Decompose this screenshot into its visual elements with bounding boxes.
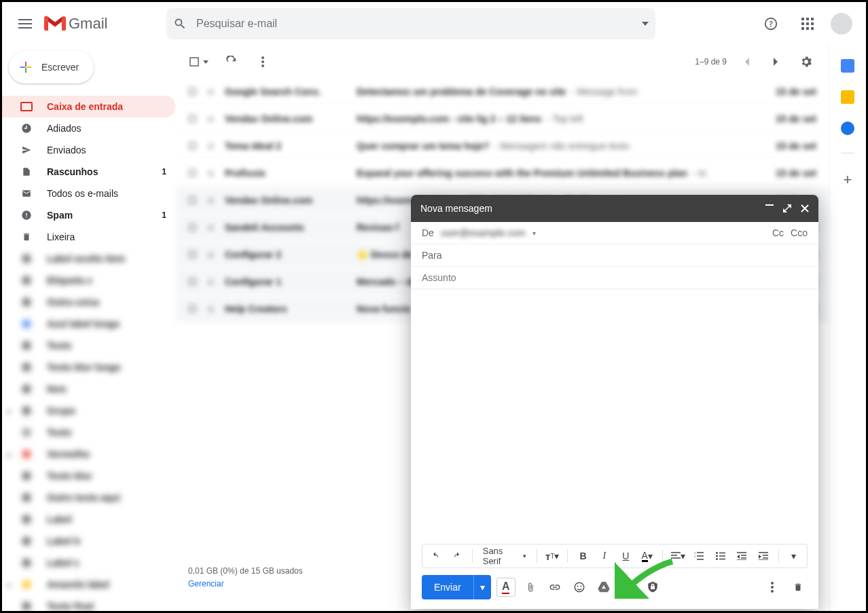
folder-spam[interactable]: Spam 1 (2, 204, 176, 226)
font-size-button[interactable]: тT▾ (545, 548, 560, 564)
message-row[interactable]: ☐☆Vendas Online.comhttps://exemplo.com -… (176, 105, 829, 132)
keep-icon[interactable] (841, 90, 854, 104)
folder-snoozed[interactable]: Adiados (2, 117, 176, 139)
folder-drafts[interactable]: Rascunhos 1 (2, 161, 176, 183)
formatting-toggle-button[interactable]: A (496, 578, 516, 597)
confidential-mode-button[interactable] (643, 578, 662, 597)
indent-icon (759, 552, 768, 560)
ol-icon: 12 (694, 552, 704, 560)
folder-sent[interactable]: Enviados (2, 139, 176, 161)
label-blurred: ▸Grupo (2, 400, 176, 422)
sidebar: Escrever Caixa de entrada Adiados Enviad… (2, 45, 176, 611)
numbered-list-button[interactable]: 12 (691, 548, 706, 564)
manage-storage-link[interactable]: Gerenciar (188, 578, 303, 591)
italic-button[interactable]: I (597, 548, 612, 564)
label-blurred: Texto blur longo (2, 356, 176, 378)
bullet-list-button[interactable] (713, 548, 728, 564)
minimize-button[interactable] (765, 204, 774, 212)
main-menu-button[interactable] (9, 7, 41, 40)
insert-photo-button[interactable] (619, 578, 638, 597)
send-button[interactable]: Enviar ▾ (422, 575, 491, 599)
insert-link-button[interactable] (545, 578, 564, 597)
folder-trash[interactable]: Lixeira (2, 226, 176, 248)
discard-draft-button[interactable] (789, 578, 808, 597)
settings-button[interactable] (796, 52, 816, 72)
compose-from-row[interactable]: De user@example.com ▾ Cc Cco (411, 222, 818, 244)
folder-allmail[interactable]: Todos os e-mails (2, 183, 176, 204)
refresh-button[interactable] (223, 54, 240, 70)
compose-body[interactable] (411, 289, 818, 544)
chevron-left-icon (744, 58, 749, 66)
insert-emoji-button[interactable] (570, 578, 589, 597)
attach-file-button[interactable] (521, 578, 540, 597)
from-label: De (422, 227, 434, 238)
close-button[interactable] (801, 204, 809, 212)
message-row[interactable]: ☐☆ProfissioExpand your offering success … (176, 160, 829, 187)
more-vert-icon (771, 582, 774, 593)
message-row[interactable]: ☐☆Tema Ideal 2Quer comprar um tema hoje?… (176, 132, 829, 160)
search-input[interactable] (187, 18, 642, 30)
compose-to-row[interactable]: Para (411, 244, 818, 267)
undo-button[interactable] (428, 548, 443, 564)
folder-label: Todos os e-mails (47, 188, 118, 199)
minimize-icon (765, 204, 774, 206)
search-bar[interactable] (166, 8, 655, 39)
label-blurred: Texto final (2, 595, 176, 613)
compose-header[interactable]: Nova mensagem (411, 195, 818, 222)
allmail-icon (20, 189, 33, 198)
align-button[interactable]: ▾ (670, 548, 685, 564)
send-icon (20, 145, 33, 155)
header-right (757, 10, 859, 37)
to-label: Para (422, 250, 442, 261)
format-more-button[interactable]: ▾ (786, 548, 801, 564)
help-button[interactable] (757, 10, 784, 37)
compose-subject-row[interactable] (411, 267, 818, 289)
pager-text: 1–9 de 9 (695, 57, 727, 67)
photo-icon (622, 582, 634, 593)
text-color-button[interactable]: A▾ (640, 548, 655, 564)
bold-button[interactable]: B (575, 548, 590, 564)
send-options-button[interactable]: ▾ (473, 575, 491, 599)
help-icon (763, 16, 778, 31)
folder-inbox[interactable]: Caixa de entrada (2, 96, 176, 117)
cc-button[interactable]: Cc (772, 227, 784, 238)
svg-point-15 (771, 590, 774, 593)
label-blurred: Label (2, 508, 176, 530)
svg-point-8 (716, 558, 718, 560)
gmail-logo[interactable]: Gmail (44, 15, 160, 33)
tasks-icon[interactable] (841, 122, 854, 135)
label-blurred: Label c (2, 552, 176, 574)
indent-less-button[interactable] (734, 548, 749, 564)
search-options-icon[interactable] (642, 22, 649, 26)
message-row[interactable]: ☐☆Google Search Cons.Detectamos um probl… (176, 78, 829, 105)
rail-separator (841, 153, 854, 153)
subject-input[interactable] (422, 272, 808, 283)
indent-more-button[interactable] (755, 548, 770, 564)
font-family-select[interactable]: Sans Serif ▾ (480, 546, 529, 566)
apps-button[interactable] (794, 10, 821, 37)
fullscreen-button[interactable] (783, 204, 791, 212)
folder-label: Spam (47, 210, 73, 221)
inbox-icon (20, 102, 33, 111)
format-toolbar: Sans Serif ▾ тT▾ B I U A▾ ▾ 12 ▾ (422, 544, 808, 568)
calendar-icon[interactable] (841, 59, 854, 73)
gmail-logo-icon (44, 16, 66, 32)
pager-prev[interactable] (736, 52, 757, 72)
svg-point-7 (716, 555, 718, 557)
account-avatar[interactable] (831, 13, 852, 35)
select-all-checkbox[interactable] (188, 56, 209, 68)
insert-drive-button[interactable] (594, 578, 613, 597)
label-blurred: Item (2, 378, 176, 400)
svg-point-6 (716, 552, 718, 554)
svg-point-0 (261, 56, 264, 59)
add-addon-button[interactable]: + (844, 171, 852, 189)
underline-button[interactable]: U (618, 548, 633, 564)
folder-list: Caixa de entrada Adiados Enviados Rascun… (2, 96, 176, 613)
pager-next[interactable] (766, 52, 786, 72)
more-button[interactable] (255, 54, 271, 70)
compose-button[interactable]: Escrever (9, 51, 94, 83)
bcc-button[interactable]: Cco (791, 227, 808, 238)
redo-button[interactable] (449, 548, 464, 564)
compose-button-label: Escrever (41, 62, 79, 73)
compose-more-button[interactable] (763, 578, 782, 597)
